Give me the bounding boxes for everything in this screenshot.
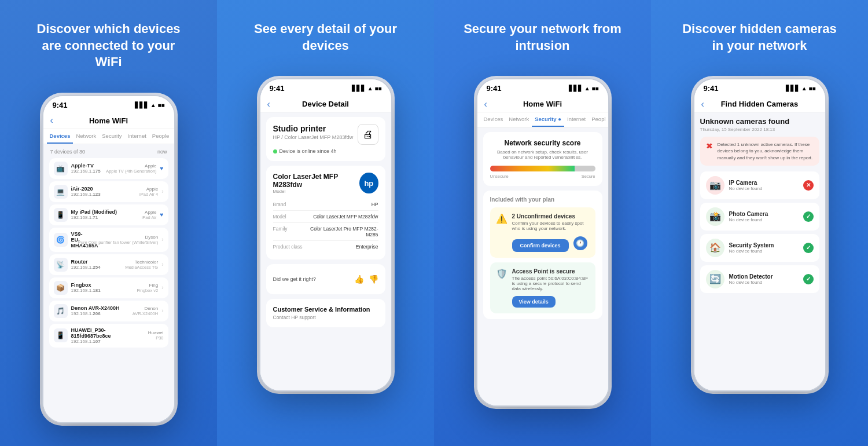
- camera-item-photo[interactable]: 📸 Photo Camera No device found ✓: [700, 203, 819, 231]
- device-count: 7 devices of 30 now: [49, 149, 168, 155]
- printer-icon: 🖨: [358, 124, 378, 145]
- back-button-1[interactable]: ‹: [50, 115, 53, 126]
- thumbs-up-icon[interactable]: 👍: [354, 275, 364, 284]
- device-icon: 📡: [54, 258, 68, 272]
- confirm-devices-button[interactable]: Confirm devices: [512, 239, 569, 252]
- plan-card: Included with your plan ⚠️ 2 Unconfirmed…: [483, 191, 602, 319]
- device-info: Apple-TV 192.168.1.175: [71, 163, 103, 174]
- model-title: Color LaserJet MFP M283fdw: [273, 173, 360, 189]
- camera-item-motion[interactable]: 🔄 Motion Detector No device found ✓: [700, 265, 819, 293]
- screen-content-3: Network security score Based on network …: [477, 127, 608, 405]
- list-item[interactable]: 🌀 VS9-EU-MHA4165A Dyson Pure Cool purifi…: [49, 228, 168, 252]
- hp-logo: hp: [359, 173, 378, 193]
- list-item[interactable]: 📡 Router 192.168.1.254 Technicolor Media…: [49, 254, 168, 275]
- security-score-card: Network security score Based on network …: [483, 132, 602, 186]
- device-info: HUAWEI_P30-815fd9687bc8ce 192.168.1.107: [71, 327, 145, 344]
- list-item[interactable]: 📦 Fingbox 192.168.1.181 Fing Fingbox v2 …: [49, 277, 168, 298]
- back-button-2[interactable]: ‹: [267, 99, 270, 109]
- time-4: 9:41: [704, 84, 719, 93]
- device-icon: 📱: [54, 328, 68, 342]
- tab-network[interactable]: Network: [73, 129, 99, 144]
- alert-text: Detected 1 unknown active cameras. If th…: [718, 141, 814, 161]
- detail-row-model: Model Color LaserJet MFP M283fdw: [273, 211, 378, 223]
- phone-3: 9:41 ▋▋▋ ▲ ■■ ‹ Home WiFi Devices Networ…: [476, 78, 609, 407]
- tab-network-3[interactable]: Network: [506, 112, 532, 127]
- camera-info: IP Camera No device found: [729, 180, 799, 191]
- panel-4-title: Discover hidden cameras in your network: [679, 21, 841, 54]
- device-icon: 📦: [54, 281, 68, 295]
- phone-mockup-1: 9:41 ▋▋▋ ▲ ■■ ‹ Home WiFi Devices Networ…: [40, 93, 178, 426]
- clock-icon: 🕐: [573, 236, 587, 250]
- tab-internet[interactable]: Internet: [125, 129, 149, 144]
- unconfirmed-title: 2 Unconfirmed devices: [512, 213, 590, 220]
- motion-detector-icon: 🔄: [706, 270, 724, 288]
- score-title: Network security score: [490, 139, 595, 147]
- model-card: Color LaserJet MFP M283fdw Model hp Bran…: [266, 166, 385, 259]
- alert-icon: ✖: [706, 141, 713, 151]
- detail-row-family: Family Color LaserJet Pro MFP M282-M285: [273, 223, 378, 241]
- online-text: Device is online since 4h: [279, 148, 337, 154]
- camera-item-ip[interactable]: 📷 IP Camera No device found ✕: [700, 171, 819, 199]
- device-name-label: Studio printer: [273, 124, 354, 133]
- status-check-icon: ✓: [803, 274, 814, 284]
- thumbs-down-icon[interactable]: 👎: [369, 275, 378, 284]
- tab-security[interactable]: Security: [99, 129, 124, 144]
- nav-title-2: Device Detail: [302, 100, 349, 108]
- score-label-right: Secure: [582, 174, 595, 179]
- list-item[interactable]: 🎵 Denon AVR-X2400H 192.168.1.206 Denon A…: [49, 301, 168, 321]
- device-info: VS9-EU-MHA4165A: [71, 231, 75, 248]
- chevron-icon: ›: [161, 261, 163, 268]
- warning-icon: ⚠️: [496, 213, 507, 224]
- tab-people-3[interactable]: Peopl: [589, 112, 608, 127]
- time-3: 9:41: [487, 84, 502, 93]
- alert-card: ✖ Detected 1 unknown active cameras. If …: [700, 137, 819, 166]
- nav-title-3: Home WiFi: [523, 100, 562, 108]
- view-details-button[interactable]: View details: [512, 296, 556, 308]
- access-title: Access Point is secure: [512, 268, 590, 275]
- phone-4: 9:41 ▋▋▋ ▲ ■■ ‹ Find Hidden Cameras Unkn…: [693, 78, 826, 392]
- tab-internet-3[interactable]: Internet: [564, 112, 589, 127]
- list-item[interactable]: 📱 My iPad (Modified) 192.168.1.71 Apple …: [49, 204, 168, 225]
- device-icon: 📺: [54, 162, 68, 176]
- phone-1: 9:41 ▋▋▋ ▲ ■■ ‹ Home WiFi Devices Networ…: [42, 95, 175, 423]
- status-bar-1: 9:41 ▋▋▋ ▲ ■■: [43, 96, 174, 112]
- device-header-card: Studio printer HP / Color LaserJet MFP M…: [266, 117, 385, 161]
- detail-row-class: Product class Enterprise: [273, 241, 378, 253]
- tab-devices[interactable]: Devices: [47, 129, 73, 144]
- customer-sub: Contact HP support: [273, 315, 378, 320]
- panel-2-title: See every detail of your devices: [245, 21, 407, 54]
- tab-security-3[interactable]: Security ●: [532, 112, 564, 127]
- device-info: Router 192.168.1.254: [71, 259, 122, 270]
- device-icon: 💻: [54, 185, 68, 199]
- status-bar-3: 9:41 ▋▋▋ ▲ ■■: [477, 79, 608, 95]
- list-item[interactable]: 📺 Apple-TV 192.168.1.175 Apple Apple TV …: [49, 158, 168, 179]
- tab-devices-3[interactable]: Devices: [481, 112, 506, 127]
- feedback-icons: 👍 👎: [354, 275, 378, 284]
- model-sub: Model: [273, 189, 360, 194]
- ip-camera-icon: 📷: [706, 176, 724, 195]
- nav-bar-3: ‹ Home WiFi: [477, 95, 608, 112]
- feedback-row: Did we get it right? 👍 👎: [273, 271, 378, 287]
- list-item[interactable]: 📱 HUAWEI_P30-815fd9687bc8ce 192.168.1.10…: [49, 324, 168, 348]
- status-icons-1: ▋▋▋ ▲ ■■: [135, 102, 165, 108]
- camera-info: Motion Detector No device found: [729, 273, 799, 285]
- device-info: Denon AVR-X2400H 192.168.1.206: [71, 305, 129, 316]
- feedback-text: Did we get it right?: [273, 276, 317, 282]
- unconfirmed-sub: Confirm your devices to easily spot who …: [512, 221, 590, 231]
- detail-row-brand: Brand HP: [273, 199, 378, 211]
- tab-people[interactable]: People: [149, 129, 172, 144]
- panel-1-title: Discover which devices are connected to …: [28, 21, 190, 71]
- nav-bar-2: ‹ Device Detail: [260, 95, 391, 112]
- camera-item-security[interactable]: 🏠 Security System No device found ✓: [700, 234, 819, 262]
- list-item[interactable]: 💻 iAir-2020 192.168.1.123 Apple iPad Air…: [49, 181, 168, 202]
- nav-title-1: Home WiFi: [89, 116, 128, 125]
- online-dot: [273, 149, 277, 153]
- back-button-4[interactable]: ‹: [701, 99, 704, 109]
- status-check-icon: ✓: [803, 243, 814, 253]
- phone-mockup-4: 9:41 ▋▋▋ ▲ ■■ ‹ Find Hidden Cameras Unkn…: [691, 76, 829, 394]
- camera-info: Photo Camera No device found: [729, 211, 799, 222]
- device-count-time: now: [157, 149, 167, 155]
- back-button-3[interactable]: ‹: [484, 99, 487, 109]
- favorite-icon: ♥: [160, 211, 164, 218]
- cameras-date: Thursday, 15 September 2022 18:13: [700, 127, 819, 132]
